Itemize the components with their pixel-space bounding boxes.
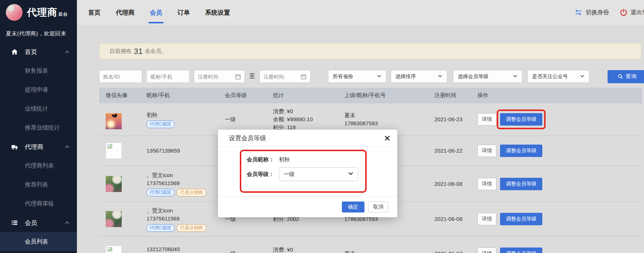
member-count-notice: 目前拥有 31 名会员。 <box>99 43 641 60</box>
sidebar-item-推荐业绩统计[interactable]: 推荐业绩统计 <box>0 118 77 137</box>
sort-select[interactable]: 选择排序 <box>391 70 447 83</box>
member-tags: 代理C级区已是分销商 <box>147 224 221 232</box>
member-nick-label: 会员昵称： <box>247 156 279 163</box>
modal-body: 会员昵称： 初秋 会员等级： 一级 <box>218 147 397 196</box>
sidebar-item-会员列表[interactable]: 会员列表 <box>0 232 77 251</box>
table-row: 13212706045已是分销商一级消费: ¥0余额: ¥0.00夏末2021-… <box>99 237 642 253</box>
member-stats: 消费: ¥0余额: ¥0.00 <box>269 246 341 253</box>
register-date: 2021-06-08 <box>433 215 475 223</box>
chevron-up-icon <box>65 220 70 225</box>
sidebar-group-label: 会员 <box>25 219 37 227</box>
power-icon <box>620 8 628 16</box>
notice-prefix: 目前拥有 <box>110 48 132 55</box>
cancel-button[interactable]: 取消 <box>368 202 389 212</box>
detail-button[interactable]: 详情 <box>477 213 496 225</box>
sidebar-item-代理商审核[interactable]: 代理商审核 <box>0 194 77 213</box>
sidebar-item-代理商列表[interactable]: 代理商列表 <box>0 156 77 175</box>
member-avatar-blank-image <box>106 246 122 253</box>
detail-button[interactable]: 详情 <box>477 178 496 190</box>
member-nickname: 13212706045 <box>147 245 221 253</box>
member-nickname: 。贤文icon <box>147 207 221 215</box>
member-level-dropdown[interactable]: 一级 <box>279 167 358 181</box>
adjust-level-button[interactable]: 调整会员等级 <box>500 213 542 225</box>
tab-item-系统设置[interactable]: 系统设置 <box>204 7 231 18</box>
tab-item-订单[interactable]: 订单 <box>177 7 191 18</box>
brand-avatar <box>6 4 23 21</box>
member-level: 一级 <box>221 115 269 123</box>
switch-identity-button[interactable]: 切换身份 <box>574 0 609 25</box>
register-time-start-field[interactable] <box>198 74 235 80</box>
logout-label: 退出登录 <box>631 9 644 16</box>
sidebar-group-label: 代理商 <box>25 143 43 151</box>
detail-button[interactable]: 详情 <box>477 145 496 157</box>
member-avatar-blank-image <box>106 143 122 159</box>
sidebar: 代理商后台 夏末(代理商)，欢迎回来 首页财务报表提现申请业绩统计推荐业绩统计代… <box>0 0 77 253</box>
modal-title: 设置会员等级 <box>229 134 266 142</box>
sort-select-value: 选择排序 <box>395 73 416 80</box>
adjust-level-button[interactable]: 调整会员等级 <box>500 178 542 190</box>
follow-official-account-select[interactable]: 是否关注公众号 <box>527 70 589 83</box>
table-header-row: 微信头像昵称/手机会员等级统计上级/昵称/手机号注册时间操作 <box>99 88 642 103</box>
chevron-up-icon <box>65 49 70 54</box>
nick-phone-input[interactable] <box>147 70 190 83</box>
column-header-7: 操作 <box>475 92 642 99</box>
stat-line: 余额: ¥99880.10 <box>273 115 341 123</box>
tab-item-代理商[interactable]: 代理商 <box>115 7 135 18</box>
adjust-level-button[interactable]: 调整会员等级 <box>500 145 542 157</box>
chevron-down-icon <box>513 74 518 80</box>
search-button[interactable]: 查询 <box>608 70 644 83</box>
close-icon[interactable] <box>383 134 391 142</box>
member-nick-row: 会员昵称： 初秋 <box>247 156 290 163</box>
sidebar-group-1[interactable]: 首页 <box>0 42 77 61</box>
name-id-input[interactable] <box>99 70 142 83</box>
member-count: 31 <box>134 47 143 56</box>
chevron-down-icon <box>580 74 585 80</box>
adjust-wrap: 调整会员等级 <box>500 248 542 253</box>
register-time-start-input[interactable] <box>194 70 245 83</box>
follow-select-value: 是否关注公众号 <box>532 73 568 80</box>
column-header-5: 上级/昵称/手机号 <box>341 92 433 99</box>
register-date: 2021-06-22 <box>433 147 475 155</box>
province-select[interactable]: 所有省份 <box>328 70 386 83</box>
adjust-wrap: 调整会员等级 <box>500 145 542 157</box>
detail-button[interactable]: 详情 <box>477 113 496 126</box>
member-level-select[interactable]: 选择会员等级 <box>453 70 522 83</box>
register-time-end-field[interactable] <box>264 74 301 80</box>
swap-icon <box>574 8 583 17</box>
top-nav: 首页代理商会员订单系统设置 <box>77 0 644 25</box>
upline-info: 夏末 <box>341 250 433 253</box>
notice-suffix: 名会员。 <box>145 48 167 55</box>
logout-button[interactable]: 退出登录 <box>620 0 644 25</box>
sidebar-item-业绩统计[interactable]: 业绩统计 <box>0 99 77 118</box>
member-level: 一级 <box>221 250 269 253</box>
tab-item-首页[interactable]: 首页 <box>87 7 101 18</box>
register-date: 2021-06-07 <box>433 250 475 253</box>
confirm-button[interactable]: 确定 <box>342 202 364 212</box>
sidebar-item-推荐列表[interactable]: 推荐列表 <box>0 175 77 194</box>
sidebar-item-财务报表[interactable]: 财务报表 <box>0 61 77 80</box>
column-header-6: 注册时间 <box>433 92 475 99</box>
register-time-end-input[interactable] <box>259 70 311 83</box>
truck-icon <box>11 143 18 150</box>
sidebar-item-提现申请[interactable]: 提现申请 <box>0 80 77 99</box>
sidebar-group-2[interactable]: 代理商 <box>0 137 77 156</box>
adjust-level-button[interactable]: 调整会员等级 <box>500 248 542 253</box>
adjust-wrap: 调整会员等级 <box>500 113 542 126</box>
detail-button[interactable]: 详情 <box>477 248 496 253</box>
date-range-to-label: 至 <box>249 73 255 80</box>
app-window: 代理商后台 夏末(代理商)，欢迎回来 首页财务报表提现申请业绩统计推荐业绩统计代… <box>0 0 644 253</box>
row-1-adjust-button[interactable]: 调整会员等级 <box>500 113 542 126</box>
member-avatar-flowers-photo <box>106 176 122 192</box>
upline-line: 17863087593 <box>344 119 433 127</box>
list-icon <box>11 219 18 226</box>
set-member-level-modal: 设置会员等级 会员昵称： 初秋 会员等级： 一级 确定 取消 <box>218 130 397 217</box>
topbar: 首页代理商会员订单系统设置 切换身份 退出登录 <box>77 0 644 25</box>
chevron-down-icon <box>377 74 382 80</box>
calendar-icon <box>301 74 307 80</box>
chevron-down-icon <box>348 171 354 177</box>
sidebar-nav: 首页财务报表提现申请业绩统计推荐业绩统计代理商代理商列表推荐列表代理商审核会员会… <box>0 42 77 251</box>
member-stats: 消费: ¥0余额: ¥99880.10积分: 118 <box>269 107 341 131</box>
tab-item-会员[interactable]: 会员 <box>149 7 163 18</box>
sidebar-group-3[interactable]: 会员 <box>0 213 77 232</box>
adjust-wrap: 调整会员等级 <box>500 178 542 190</box>
